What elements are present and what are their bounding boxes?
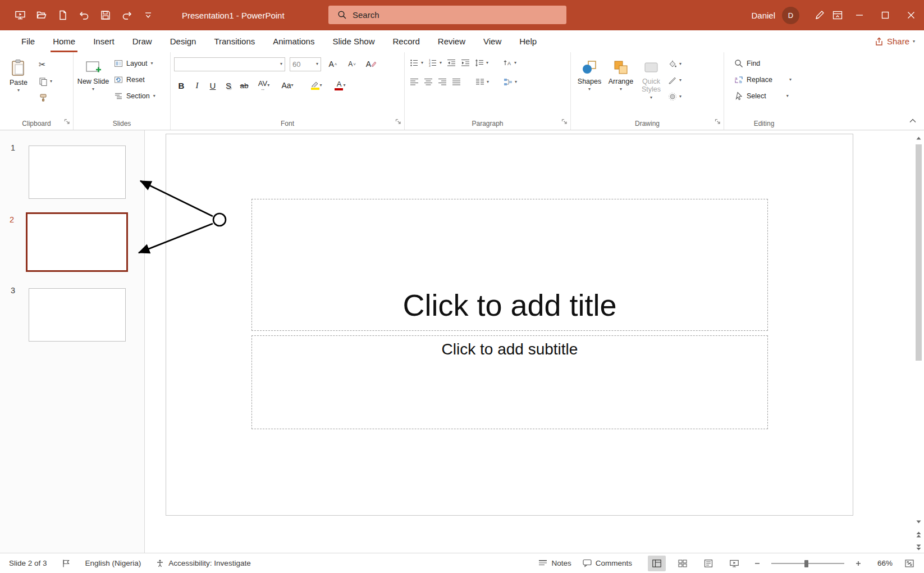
tab-help[interactable]: Help xyxy=(510,30,546,52)
open-file-icon[interactable] xyxy=(33,6,51,24)
scroll-down-icon[interactable] xyxy=(914,517,923,526)
justify-button[interactable] xyxy=(450,76,463,88)
underline-button[interactable]: U xyxy=(205,78,220,93)
zoom-in-button[interactable] xyxy=(852,556,864,571)
quick-styles-button[interactable]: Quick Styles ▾ xyxy=(637,57,665,100)
clear-formatting-button[interactable]: A xyxy=(364,57,378,71)
slide-editing-surface[interactable]: Click to add title Click to add subtitle xyxy=(166,134,853,516)
notes-button[interactable]: Notes xyxy=(538,559,571,567)
inking-pen-icon[interactable] xyxy=(811,6,829,24)
subtitle-placeholder[interactable]: Click to add subtitle xyxy=(251,335,768,429)
copy-button[interactable]: ▾ xyxy=(37,75,54,88)
paragraph-dialog-launcher-icon[interactable] xyxy=(561,117,568,127)
decrease-indent-button[interactable] xyxy=(445,57,458,69)
character-spacing-button[interactable]: AV↔ ▾ xyxy=(253,78,275,93)
slide-show-button[interactable] xyxy=(725,556,743,571)
slide-1-thumbnail[interactable] xyxy=(29,145,126,199)
zoom-slider[interactable] xyxy=(771,559,844,568)
layout-button[interactable]: Layout ▾ xyxy=(112,57,158,70)
increase-font-size-button[interactable]: A˄ xyxy=(326,57,340,71)
comments-button[interactable]: Comments xyxy=(583,559,632,567)
increase-indent-button[interactable] xyxy=(459,57,472,69)
scrollbar-thumb[interactable] xyxy=(916,144,922,361)
change-case-button[interactable]: Aa ▾ xyxy=(276,78,299,93)
maximize-button[interactable] xyxy=(872,0,898,30)
tab-animations[interactable]: Animations xyxy=(264,30,323,52)
fit-slide-to-window-button[interactable] xyxy=(900,556,918,571)
ribbon-display-options-icon[interactable] xyxy=(829,6,847,24)
find-button[interactable]: Find xyxy=(732,57,801,70)
section-button[interactable]: Section ▾ xyxy=(112,89,158,103)
share-button[interactable]: Share ▾ xyxy=(875,30,915,52)
collapse-ribbon-button[interactable] xyxy=(909,115,916,125)
proofing-button[interactable] xyxy=(62,559,71,568)
minimize-button[interactable] xyxy=(847,0,872,30)
select-button[interactable]: Select ▾ xyxy=(732,89,801,103)
zoom-level[interactable]: 66% xyxy=(872,559,893,567)
paste-button[interactable]: Paste ▾ xyxy=(3,57,34,93)
redo-icon[interactable] xyxy=(118,6,136,24)
zoom-slider-thumb[interactable] xyxy=(804,560,808,567)
search-box[interactable]: Search xyxy=(328,6,566,24)
tab-design[interactable]: Design xyxy=(161,30,205,52)
tab-file[interactable]: File xyxy=(12,30,44,52)
align-right-button[interactable] xyxy=(436,76,449,88)
shape-fill-button[interactable]: ▾ xyxy=(666,58,683,70)
drawing-dialog-launcher-icon[interactable] xyxy=(715,117,721,127)
normal-view-button[interactable] xyxy=(648,556,666,571)
slide-2-thumbnail[interactable] xyxy=(26,212,128,272)
start-slideshow-icon[interactable] xyxy=(11,6,29,24)
vertical-scrollbar[interactable] xyxy=(914,134,923,553)
line-spacing-button[interactable]: ▾ xyxy=(473,57,490,69)
arrange-button[interactable]: Arrange ▾ xyxy=(606,57,636,92)
text-shadow-button[interactable]: S xyxy=(221,78,236,93)
slide-3-thumbnail[interactable] xyxy=(29,288,126,342)
font-dialog-launcher-icon[interactable] xyxy=(395,117,401,127)
align-center-button[interactable] xyxy=(422,76,434,88)
reset-button[interactable]: Reset xyxy=(112,73,158,87)
customize-qat-icon[interactable] xyxy=(139,6,157,24)
previous-slide-button[interactable] xyxy=(914,530,923,539)
align-left-button[interactable] xyxy=(408,76,420,88)
title-placeholder[interactable]: Click to add title xyxy=(251,199,768,331)
shape-effects-button[interactable]: ▾ xyxy=(666,90,683,103)
replace-button[interactable]: ab Replace ▾ xyxy=(732,73,801,87)
scroll-up-icon[interactable] xyxy=(914,134,923,142)
slide-sorter-view-button[interactable] xyxy=(674,556,692,571)
decrease-font-size-button[interactable]: A˅ xyxy=(345,57,359,71)
cut-button[interactable]: ✂ xyxy=(37,58,54,71)
tab-transitions[interactable]: Transitions xyxy=(205,30,264,52)
tab-draw[interactable]: Draw xyxy=(123,30,161,52)
reading-view-button[interactable] xyxy=(699,556,717,571)
accessibility-button[interactable]: Accessibility: Investigate xyxy=(155,559,250,568)
tab-slide-show[interactable]: Slide Show xyxy=(323,30,383,52)
tab-home[interactable]: Home xyxy=(44,30,84,52)
slide-indicator[interactable]: Slide 2 of 3 xyxy=(9,559,47,567)
format-painter-button[interactable] xyxy=(37,92,54,104)
new-slide-button[interactable]: New Slide ▾ xyxy=(77,57,109,92)
tab-view[interactable]: View xyxy=(474,30,510,52)
tab-record[interactable]: Record xyxy=(383,30,428,52)
clipboard-dialog-launcher-icon[interactable] xyxy=(64,117,70,127)
columns-button[interactable]: ▾ xyxy=(474,76,491,88)
next-slide-button[interactable] xyxy=(914,543,923,552)
font-color-button[interactable]: A ▾ xyxy=(329,78,351,93)
zoom-out-button[interactable] xyxy=(751,556,763,571)
shape-outline-button[interactable]: ▾ xyxy=(666,74,683,87)
font-size-combobox[interactable]: 60 ▾ xyxy=(290,57,321,71)
tab-insert[interactable]: Insert xyxy=(84,30,123,52)
language-button[interactable]: English (Nigeria) xyxy=(85,559,141,567)
bullets-button[interactable]: ▾ xyxy=(408,57,425,69)
undo-icon[interactable] xyxy=(75,6,93,24)
tab-review[interactable]: Review xyxy=(429,30,474,52)
close-button[interactable] xyxy=(898,0,924,30)
save-icon[interactable] xyxy=(97,6,115,24)
new-file-icon[interactable] xyxy=(54,6,72,24)
text-direction-button[interactable]: A ▾ xyxy=(501,57,518,69)
strikethrough-button[interactable]: ab xyxy=(237,78,251,93)
italic-button[interactable]: I xyxy=(190,78,204,93)
text-highlight-color-button[interactable]: ▾ xyxy=(305,78,328,93)
avatar[interactable]: D xyxy=(782,7,799,24)
shapes-button[interactable]: Shapes ▾ xyxy=(574,57,605,92)
convert-to-smartart-button[interactable]: ▾ xyxy=(502,76,519,88)
